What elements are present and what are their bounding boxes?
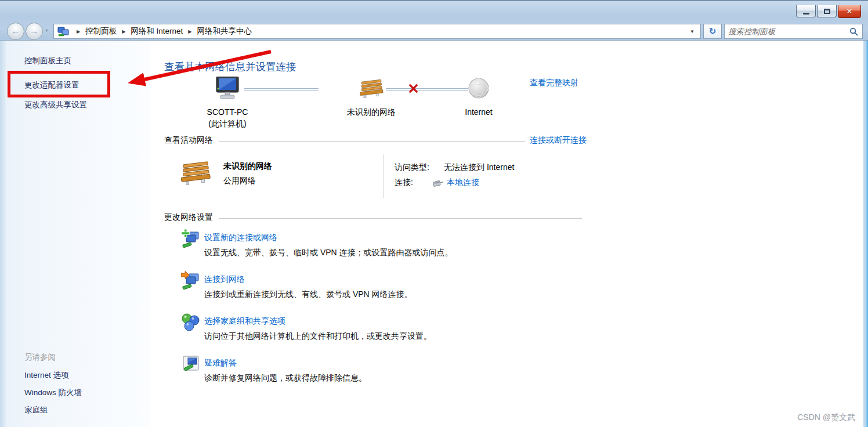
connect-disconnect-link[interactable]: 连接或断开连接 — [530, 135, 587, 146]
setup-new-connection-link[interactable]: 设置新的连接或网络 — [204, 233, 277, 243]
active-network-divider — [383, 154, 384, 198]
troubleshoot-link[interactable]: 疑难解答 — [204, 358, 237, 368]
back-icon: ← — [11, 26, 20, 36]
breadcrumb-control-panel[interactable]: 控制面板 — [85, 26, 117, 37]
sidebar-item-home[interactable]: 控制面板主页 — [24, 56, 71, 66]
close-icon: ✕ — [847, 7, 853, 16]
change-settings-title: 更改网络设置 — [164, 212, 213, 223]
window-frame-left — [0, 41, 6, 427]
maximize-icon — [824, 9, 830, 14]
active-network-name: 未识别的网络 — [223, 161, 272, 172]
refresh-icon: ↻ — [709, 26, 717, 36]
window-chrome: ✕ ← → ▼ ▶ 控制面板 ▶ 网络和 Internet ▶ 网络和共享中心 … — [0, 1, 868, 41]
address-dropdown-icon[interactable]: ▼ — [686, 29, 698, 34]
connect-to-network-desc: 连接到或重新连接到无线、有线、拨号或 VPN 网络连接。 — [204, 290, 413, 300]
sidebar-item-internet-options[interactable]: Internet 选项 — [24, 370, 69, 381]
page-title: 查看基本网络信息并设置连接 — [164, 60, 296, 74]
active-networks-header: 查看活动网络 连接或断开连接 — [164, 135, 587, 146]
map-network-label: 未识别的网络 — [331, 106, 412, 118]
search-icon[interactable] — [849, 27, 858, 36]
minimize-button[interactable] — [796, 5, 816, 17]
setup-new-connection-desc: 设置无线、宽带、拨号、临时或 VPN 连接；或设置路由器或访问点。 — [204, 248, 453, 258]
back-button[interactable]: ← — [7, 23, 24, 40]
section-rule — [219, 141, 525, 142]
map-connection-line — [244, 88, 319, 91]
connect-to-network-icon[interactable] — [181, 271, 201, 291]
computer-icon[interactable] — [214, 77, 241, 101]
homegroup-options-link[interactable]: 选择家庭组和共享选项 — [204, 316, 285, 327]
map-connection-line-broken — [386, 88, 468, 91]
address-bar[interactable]: ▶ 控制面板 ▶ 网络和 Internet ▶ 网络和共享中心 ▼ — [53, 24, 701, 39]
homegroup-icon[interactable] — [181, 313, 201, 332]
caption-buttons: ✕ — [795, 5, 861, 18]
pc-name: SCOTT-PC — [190, 106, 265, 118]
sidebar: 控制面板主页 更改适配器设置 更改高级共享设置 另请参阅 Internet 选项… — [0, 41, 150, 427]
map-pc-label: SCOTT-PC (此计算机) — [190, 106, 265, 129]
breadcrumb-separator-icon: ▶ — [122, 29, 125, 34]
network-bench-icon-large — [179, 160, 212, 188]
local-connection-link[interactable]: 本地连接 — [447, 178, 479, 188]
network-bench-icon[interactable] — [357, 79, 385, 100]
maximize-button[interactable] — [817, 5, 837, 17]
watermark: CSDN @赟文武 — [797, 412, 855, 423]
connect-to-network-link[interactable]: 连接到网络 — [204, 274, 245, 285]
map-internet-label: Internet — [450, 106, 508, 118]
change-settings-header: 更改网络设置 — [164, 212, 587, 223]
main-content: 查看基本网络信息并设置连接 — [150, 41, 863, 427]
section-rule — [219, 218, 582, 219]
breadcrumb-separator-icon: ▶ — [77, 29, 80, 34]
forward-button[interactable]: → — [26, 23, 43, 40]
access-type-value: 无法连接到 Internet — [444, 162, 514, 173]
troubleshoot-desc: 诊断并修复网络问题，或获得故障排除信息。 — [204, 373, 367, 383]
homegroup-options-desc: 访问位于其他网络计算机上的文件和打印机，或更改共享设置。 — [204, 331, 432, 342]
window-frame-right — [863, 41, 868, 427]
breadcrumb-network-internet[interactable]: 网络和 Internet — [131, 26, 183, 37]
search-input[interactable] — [725, 25, 845, 38]
sidebar-item-homegroup[interactable]: 家庭组 — [24, 405, 48, 415]
network-sharing-center-window: ✕ ← → ▼ ▶ 控制面板 ▶ 网络和 Internet ▶ 网络和共享中心 … — [0, 0, 868, 427]
access-type-label: 访问类型: — [395, 162, 429, 173]
sidebar-item-advanced-sharing[interactable]: 更改高级共享设置 — [24, 100, 87, 110]
breadcrumb-separator-icon: ▶ — [188, 29, 191, 34]
breadcrumb-network-sharing-center[interactable]: 网络和共享中心 — [197, 26, 252, 37]
troubleshoot-icon[interactable] — [181, 354, 201, 374]
search-box — [724, 24, 863, 39]
close-button[interactable]: ✕ — [838, 5, 861, 18]
minimize-icon — [803, 13, 809, 15]
connection-label: 连接: — [395, 178, 413, 188]
active-networks-title: 查看活动网络 — [164, 135, 213, 146]
sidebar-item-windows-firewall[interactable]: Windows 防火墙 — [24, 388, 82, 398]
network-center-icon — [57, 27, 69, 37]
forward-icon: → — [30, 26, 39, 36]
sidebar-see-also-header: 另请参阅 — [24, 352, 56, 363]
history-chevron-icon[interactable]: ▼ — [45, 28, 49, 32]
pc-sub: (此计算机) — [190, 118, 265, 129]
ethernet-connector-icon — [432, 179, 444, 187]
refresh-button[interactable]: ↻ — [703, 24, 722, 39]
internet-globe-icon[interactable] — [468, 77, 490, 99]
active-network-type: 公用网络 — [223, 176, 256, 186]
view-full-map-link[interactable]: 查看完整映射 — [530, 78, 578, 88]
new-connection-icon[interactable] — [181, 229, 201, 249]
no-connection-x-icon — [408, 84, 418, 93]
sidebar-item-adapter-settings[interactable]: 更改适配器设置 — [24, 80, 79, 91]
